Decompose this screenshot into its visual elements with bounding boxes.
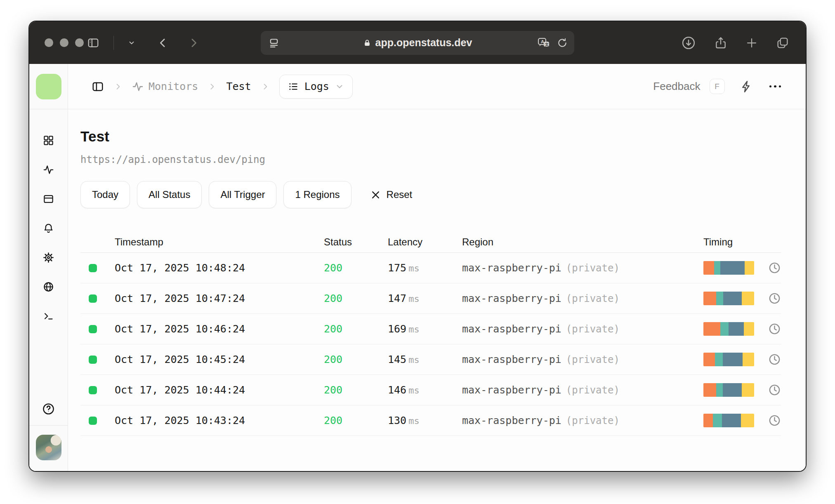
filter-regions[interactable]: 1 Regions [283, 181, 351, 208]
table-row[interactable]: Oct 17, 2025 10:43:24 200 130 ms max-ras… [80, 405, 781, 436]
timing-segment [716, 292, 723, 305]
chevron-right-icon [261, 82, 269, 91]
timing-segment [703, 261, 714, 275]
breadcrumb-monitors[interactable]: Monitors [132, 80, 198, 92]
timing-bar [703, 383, 754, 397]
workspace-logo[interactable] [36, 74, 61, 99]
help-button[interactable] [42, 403, 55, 415]
status-code-cell: 200 [324, 323, 388, 335]
sidebar-header [29, 64, 68, 109]
sidebar-item-dashboard[interactable] [29, 126, 68, 155]
col-status: Status [324, 236, 388, 248]
timestamp-cell: Oct 17, 2025 10:47:24 [115, 292, 324, 304]
sidebar-item-settings[interactable] [29, 243, 68, 272]
region-name: max-raspberry-pi [462, 292, 561, 304]
sidebar-item-status-pages[interactable] [29, 184, 68, 214]
table-row[interactable]: Oct 17, 2025 10:45:24 200 145 ms max-ras… [80, 344, 781, 375]
filter-trigger[interactable]: All Trigger [209, 181, 276, 208]
table-row[interactable]: Oct 17, 2025 10:47:24 200 147 ms max-ras… [80, 283, 781, 314]
view-selector[interactable]: Logs [279, 75, 353, 99]
clock-icon[interactable] [768, 353, 781, 366]
filter-date[interactable]: Today [80, 181, 130, 208]
timing-segment [703, 353, 715, 366]
page-settings-icon[interactable] [268, 37, 280, 49]
timing-segment [743, 353, 754, 366]
filter-bar: Today All Status All Trigger 1 Regions R… [80, 181, 781, 208]
clock-icon[interactable] [768, 414, 781, 427]
timing-segment [713, 414, 722, 427]
reload-icon[interactable] [557, 38, 568, 48]
more-options-button[interactable] [769, 85, 781, 88]
sidebar-chevron-icon[interactable] [128, 39, 135, 47]
timing-bar [703, 292, 754, 305]
timing-bar [703, 353, 754, 366]
status-dot [89, 386, 97, 394]
user-avatar[interactable] [36, 435, 61, 460]
sidebar-item-notifications[interactable] [29, 214, 68, 243]
help-icon [42, 403, 55, 415]
latency-value: 175 [388, 262, 406, 274]
zap-icon[interactable] [740, 80, 753, 93]
region-name: max-raspberry-pi [462, 353, 561, 365]
latency-unit: ms [408, 385, 420, 396]
clock-icon[interactable] [768, 292, 781, 305]
timestamp-cell: Oct 17, 2025 10:46:24 [115, 323, 324, 335]
forward-button[interactable] [187, 37, 200, 49]
timing-segment [720, 261, 745, 275]
chevron-down-icon [335, 82, 344, 91]
address-bar[interactable]: app.openstatus.dev A 文 [261, 31, 574, 55]
reset-filters-button[interactable]: Reset [370, 189, 413, 200]
panel-top-icon [43, 193, 54, 205]
svg-text:A: A [541, 39, 544, 44]
table-header: Timestamp Status Latency Region Timing [80, 231, 781, 253]
region-visibility: (private) [566, 323, 620, 335]
close-window-button[interactable] [45, 38, 53, 47]
rows-list-icon [288, 81, 299, 92]
latency-value: 147 [388, 292, 406, 304]
sidebar-item-cli[interactable] [29, 301, 68, 331]
timing-segment [703, 292, 716, 305]
translate-icon[interactable]: A 文 [537, 37, 550, 49]
table-body: Oct 17, 2025 10:48:24 200 175 ms max-ras… [80, 253, 781, 436]
app-header: Monitors Test Logs Feedback F [68, 64, 806, 109]
filter-status[interactable]: All Status [137, 181, 202, 208]
latency-unit: ms [408, 294, 420, 304]
status-dot [89, 264, 97, 272]
tab-overview-icon[interactable] [776, 36, 789, 49]
table-row[interactable]: Oct 17, 2025 10:48:24 200 175 ms max-ras… [80, 253, 781, 283]
col-timestamp: Timestamp [115, 236, 324, 248]
clock-icon[interactable] [768, 384, 781, 396]
status-dot [89, 294, 97, 303]
back-button[interactable] [157, 37, 169, 49]
breadcrumb-monitor-name[interactable]: Test [226, 80, 251, 92]
feedback-button[interactable]: Feedback [653, 80, 700, 93]
table-row[interactable]: Oct 17, 2025 10:46:24 200 169 ms max-ras… [80, 314, 781, 344]
lock-icon [363, 39, 371, 47]
view-label: Logs [304, 80, 329, 92]
zoom-window-button[interactable] [75, 38, 84, 47]
share-icon[interactable] [714, 36, 727, 49]
timing-bar [703, 414, 754, 427]
activity-icon [43, 164, 54, 175]
clock-icon[interactable] [768, 261, 781, 274]
timing-segment [716, 383, 723, 397]
table-row[interactable]: Oct 17, 2025 10:44:24 200 146 ms max-ras… [80, 375, 781, 405]
downloads-icon[interactable] [681, 35, 696, 50]
timing-segment [742, 292, 754, 305]
globe-icon [43, 281, 54, 292]
bell-icon [43, 223, 54, 234]
panel-left-icon[interactable] [92, 80, 104, 93]
latency-unit: ms [408, 416, 420, 426]
browser-window: app.openstatus.dev A 文 [29, 21, 806, 471]
page-title: Test [80, 128, 781, 145]
minimize-window-button[interactable] [60, 38, 68, 47]
sidebar-item-domains[interactable] [29, 272, 68, 301]
clock-icon[interactable] [768, 323, 781, 335]
sidebar-item-monitors[interactable] [29, 155, 68, 184]
sidebar-toggle-icon[interactable] [87, 37, 99, 49]
region-name: max-raspberry-pi [462, 262, 561, 274]
new-tab-icon[interactable] [745, 37, 758, 49]
region-visibility: (private) [566, 415, 620, 426]
main-content: Test https://api.openstatus.dev/ping Tod… [68, 109, 806, 471]
region-name: max-raspberry-pi [462, 415, 561, 426]
